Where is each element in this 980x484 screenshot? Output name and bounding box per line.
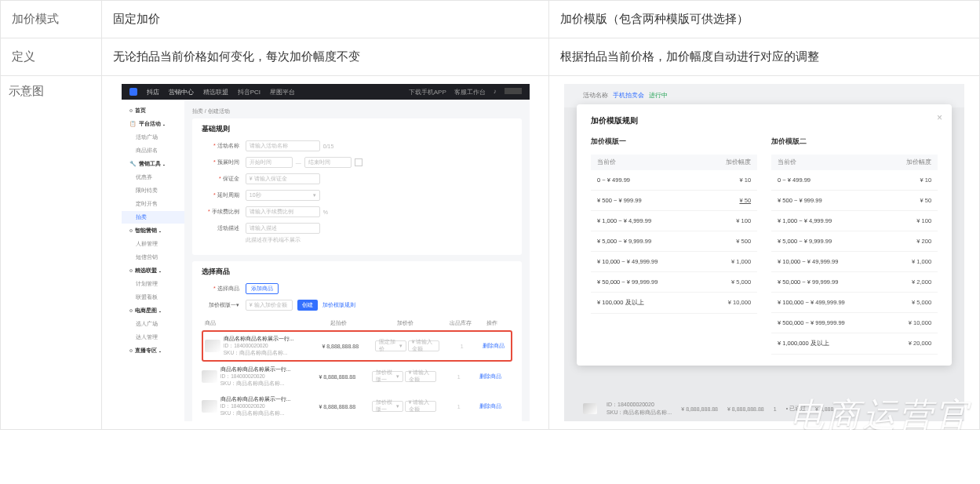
product-image	[205, 340, 220, 352]
bell-icon[interactable]: ♪	[494, 88, 497, 96]
topnav-item[interactable]: 精选联盟	[203, 88, 228, 96]
breadcrumb: 拍卖 / 创建活动	[192, 107, 522, 115]
sidebar-item[interactable]: 人群管理	[122, 238, 184, 250]
calendar-icon[interactable]	[355, 158, 362, 166]
logo-icon	[129, 88, 137, 96]
price-input[interactable]: ¥ 请输入金额	[408, 340, 439, 351]
sidebar-item[interactable]: 优惠券	[122, 171, 184, 184]
activity-name-input[interactable]: 请输入活动名称	[246, 140, 320, 151]
row-diagram: 示意图 抖店 营销中心 精选联盟 抖音PCI 星图平台 下载手机APP 客服工作…	[1, 76, 980, 430]
template-col-1: 加价模版一 当前价加价幅度 0 ~ ¥ 499.99¥ 10 ¥ 500 ~ ¥…	[591, 137, 757, 355]
topbar: 抖店 营销中心 精选联盟 抖音PCI 星图平台 下载手机APP 客服工作台 ♪	[122, 84, 530, 100]
card-select-goods: 选择商品 *选择商品添加商品 加价模版一▾¥ 输入加价金额创建加价模版规则 商品…	[192, 261, 522, 421]
table-row: 商品名称商品名称展示一行...ID：184000020020SKU：商品名称商品…	[202, 391, 512, 421]
desc-input[interactable]: 请输入描述	[246, 223, 320, 234]
screenshot-template-mode: 活动名称 手机拍卖会 进行中 加价模版规则 × 加价模版一 当前价加价幅度 0 …	[564, 84, 964, 421]
sidebar-item[interactable]: 达人管理	[122, 331, 184, 344]
topnav-item[interactable]: 抖音PCI	[238, 88, 260, 96]
sidebar-item[interactable]: 计划管理	[122, 278, 184, 290]
cell-mode-fixed: 固定加价	[102, 1, 549, 38]
modal-title: 加价模版规则	[591, 115, 938, 126]
cell-def-template: 根据拍品当前价格，加价幅度自动进行对应的调整	[549, 38, 980, 76]
screenshot-fixed-mode: 抖店 营销中心 精选联盟 抖音PCI 星图平台 下载手机APP 客服工作台 ♪ …	[122, 84, 530, 421]
sidebar-group-marketing[interactable]: 🔧 营销工具 -	[122, 158, 184, 170]
table-row-highlighted: 商品名称商品名称展示一行...ID：184000020020SKU：商品名称商品…	[202, 330, 512, 362]
close-icon[interactable]: ×	[937, 112, 942, 123]
label-diagram: 示意图	[1, 76, 102, 430]
topright-link[interactable]: 下载手机APP	[409, 88, 446, 96]
col-title: 加价模版二	[771, 137, 938, 147]
sidebar-item-auction[interactable]: 拍卖	[122, 211, 184, 224]
mode-select[interactable]: 加价模版一▾	[372, 401, 403, 412]
sidebar-item[interactable]: 联盟看板	[122, 291, 184, 304]
template-col-2: 加价模版二 当前价加价幅度 0 ~ ¥ 499.99¥ 10 ¥ 500 ~ ¥…	[771, 137, 938, 355]
end-time-input[interactable]: 结束时间	[304, 157, 352, 168]
comparison-table: 加价模式 固定加价 加价模版（包含两种模版可供选择） 定义 无论拍品当前价格如何…	[0, 0, 980, 430]
table-row: 商品名称商品名称展示一行...ID：184000020020SKU：商品名称商品…	[202, 362, 512, 391]
cell-mode-template: 加价模版（包含两种模版可供选择）	[549, 1, 980, 38]
sidebar-item[interactable]: 短信营销	[122, 251, 184, 264]
table-header: 商品起拍价加价价出品库存操作	[202, 316, 512, 330]
deposit-input[interactable]: ¥ 请输入保证金	[246, 173, 320, 184]
bg-product-row: ID：184000020020SKU：商品名称商品名称... ¥ 8,888,8…	[583, 401, 964, 417]
sidebar-item[interactable]: 限时特卖	[122, 184, 184, 197]
topright-link[interactable]: 客服工作台	[454, 88, 486, 96]
price-input[interactable]: ¥ 请输入金额	[405, 371, 436, 382]
brand-sub: 营销中心	[169, 88, 194, 96]
delete-link[interactable]: 删除商品	[478, 342, 509, 350]
product-image	[583, 403, 597, 414]
main-content: 拍卖 / 创建活动 基础规则 *活动名称请输入活动名称0/15 *预展时间开始时…	[184, 100, 530, 421]
topnav-item[interactable]: 星图平台	[270, 88, 295, 96]
sidebar-group-union[interactable]: 精选联盟 -	[122, 264, 184, 277]
create-button[interactable]: 创建	[297, 300, 318, 311]
delete-link[interactable]: 删除商品	[475, 402, 506, 410]
add-goods-button[interactable]: 添加商品	[246, 283, 279, 294]
sidebar-item[interactable]: 定时开售	[122, 198, 184, 210]
row-mode: 加价模式 固定加价 加价模版（包含两种模版可供选择）	[1, 1, 980, 38]
sidebar-item[interactable]: 选人广场	[122, 318, 184, 330]
sidebar-group-star[interactable]: 电商星图 -	[122, 304, 184, 317]
fee-input[interactable]: 请输入手续费比例	[246, 206, 320, 217]
cell-def-fixed: 无论拍品当前价格如何变化，每次加价幅度不变	[102, 38, 549, 76]
mode-select[interactable]: 加价模版一▾	[372, 371, 403, 382]
card-title: 基础规则	[202, 125, 512, 134]
tpl-price-input[interactable]: ¥ 输入加价金额	[246, 300, 293, 311]
col-title: 加价模版一	[591, 137, 757, 147]
hint-text: 此描述在手机端不展示	[246, 237, 512, 244]
rule-link[interactable]: 加价模版规则	[322, 301, 355, 309]
sidebar-group-smart[interactable]: 智能营销 -	[122, 224, 184, 237]
price-input[interactable]: ¥ 请输入金额	[405, 401, 436, 412]
brand-name: 抖店	[147, 88, 159, 96]
sidebar-group-platform[interactable]: 📋 平台活动 -	[122, 118, 184, 130]
label-mode: 加价模式	[1, 1, 102, 38]
start-time-input[interactable]: 开始时间	[246, 157, 293, 168]
product-image	[202, 400, 217, 413]
sidebar-item[interactable]: 商品排名	[122, 144, 184, 157]
price-template-modal: 加价模版规则 × 加价模版一 当前价加价幅度 0 ~ ¥ 499.99¥ 10 …	[577, 104, 952, 366]
sidebar-group-live[interactable]: 直播专区 -	[122, 344, 184, 357]
sidebar-item[interactable]: 活动广场	[122, 131, 184, 144]
sidebar: 首页 📋 平台活动 - 活动广场 商品排名 🔧 营销工具 - 优惠券 限时特卖 …	[122, 100, 184, 421]
card-title: 选择商品	[202, 267, 512, 277]
user-avatar[interactable]	[505, 88, 522, 94]
delay-select[interactable]: 10秒▾	[246, 190, 320, 201]
mode-select[interactable]: 固定加价▾	[375, 340, 406, 351]
label-definition: 定义	[1, 38, 102, 76]
card-basic-rules: 基础规则 *活动名称请输入活动名称0/15 *预展时间开始时间—结束时间 *保证…	[192, 118, 522, 255]
product-image	[202, 370, 217, 383]
sidebar-home[interactable]: 首页	[122, 104, 184, 117]
row-definition: 定义 无论拍品当前价格如何变化，每次加价幅度不变 根据拍品当前价格，加价幅度自动…	[1, 38, 980, 76]
delete-link[interactable]: 删除商品	[475, 373, 506, 380]
